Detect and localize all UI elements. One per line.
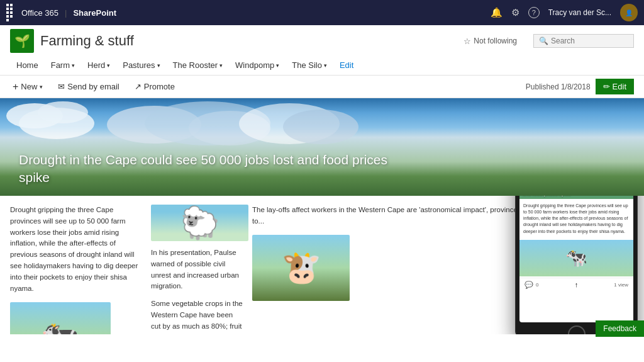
article-center-bottom: Some vegetable crops in the Western Cape…	[151, 298, 243, 334]
follow-star-icon: ☆	[464, 37, 471, 46]
center-column: 🐑 In his presentation, Paulse warned of …	[142, 205, 252, 325]
phone-outer: 12:00 ●●● ▌ ◀ Farming & stuff 🔖 ··· D	[515, 196, 638, 334]
published-label: Published 1/8/2018	[526, 82, 591, 91]
nav-herd[interactable]: Herd ▾	[81, 55, 116, 75]
phone-bottom-bar: 💬 0 ↑ 1 view	[519, 278, 633, 291]
phone-comment-icon[interactable]: 💬	[525, 281, 533, 289]
publish-section: Published 1/8/2018 ✏ Edit	[526, 79, 634, 94]
cow-image-2: 🐮	[252, 235, 350, 301]
phone-hero-text: Drought in the Cape could see 50 000 job…	[523, 196, 630, 196]
top-bar-left: Office 365 | SharePoint	[6, 4, 116, 21]
phone-hero: Drought in the Cape could see 50 000 job…	[519, 196, 633, 199]
phone-cow-image: 🐄	[519, 240, 633, 276]
article-center-top: In his presentation, Paulse warned of po…	[151, 247, 243, 292]
plus-icon: +	[13, 81, 18, 93]
notification-icon[interactable]: 🔔	[491, 7, 502, 18]
phone-overlay: 12:00 ●●● ▌ ◀ Farming & stuff 🔖 ··· D	[515, 196, 638, 334]
phone-comment-count: 0	[536, 282, 538, 288]
new-label: New	[21, 82, 37, 91]
search-icon: 🔍	[539, 37, 548, 45]
nav-home[interactable]: Home	[10, 55, 45, 75]
promote-label: Promote	[144, 82, 175, 91]
nav-edit[interactable]: Edit	[333, 55, 360, 75]
nav-the-rooster[interactable]: The Rooster ▾	[167, 55, 230, 75]
settings-icon[interactable]: ⚙	[511, 7, 519, 18]
edit-label: Edit	[613, 82, 626, 91]
avatar-initials: 👤	[625, 9, 633, 16]
phone-views: 1 view	[614, 282, 628, 288]
promote-button[interactable]: ↗ Promote	[132, 81, 177, 93]
site-title: Farming & stuff	[40, 33, 134, 49]
left-column: Drought gripping the three Cape province…	[10, 205, 142, 325]
phone-share-icon[interactable]: ↑	[575, 281, 579, 288]
hero-text: Drought in the Cape could see 50 000 job…	[19, 151, 392, 186]
content-area: Drought gripping the three Cape province…	[0, 196, 644, 334]
follow-label[interactable]: Not following	[474, 37, 517, 45]
feedback-label: Feedback	[603, 324, 636, 333]
edit-pencil-icon: ✏	[603, 82, 610, 91]
nav-the-silo[interactable]: The Silo ▾	[286, 55, 333, 75]
app-grid-icon[interactable]	[6, 4, 15, 21]
send-email-label: Send by email	[67, 82, 119, 91]
phone-screen: 12:00 ●●● ▌ ◀ Farming & stuff 🔖 ··· D	[519, 196, 633, 322]
site-logo: 🌱	[10, 29, 34, 53]
new-button[interactable]: + New ▾	[10, 80, 45, 94]
phone-article-text: Drought gripping the three Cape province…	[519, 199, 633, 239]
hero-headline: Drought in the Cape could see 50 000 job…	[19, 151, 392, 186]
user-name: Tracy van der Sc...	[548, 8, 611, 17]
nav-pastures[interactable]: Pastures ▾	[116, 55, 166, 75]
nav-windpomp[interactable]: Windpomp ▾	[229, 55, 286, 75]
user-avatar[interactable]: 👤	[620, 4, 638, 21]
email-icon: ✉	[58, 82, 65, 91]
help-icon[interactable]: ?	[528, 7, 540, 18]
article-left-text: Drought gripping the three Cape province…	[10, 205, 142, 295]
feedback-button[interactable]: Feedback	[596, 320, 644, 337]
action-bar: + New ▾ ✉ Send by email ↗ Promote Publis…	[0, 76, 644, 98]
search-input[interactable]	[551, 37, 628, 45]
nav-farm[interactable]: Farm ▾	[45, 55, 81, 75]
site-nav: Home Farm ▾ Herd ▾ Pastures ▾ The Rooste…	[10, 55, 634, 75]
promote-icon: ↗	[135, 82, 142, 91]
sharepoint-label[interactable]: SharePoint	[73, 8, 116, 18]
office-label[interactable]: Office 365	[21, 8, 58, 18]
cow-image: 🐄	[10, 302, 111, 335]
top-bar-right: 🔔 ⚙ ? Tracy van der Sc... 👤	[491, 4, 638, 21]
sheep-image: 🐑	[151, 205, 248, 241]
edit-button[interactable]: ✏ Edit	[596, 79, 634, 94]
phone-home-button[interactable]	[568, 325, 586, 334]
send-by-email-button[interactable]: ✉ Send by email	[55, 81, 121, 93]
top-bar: Office 365 | SharePoint 🔔 ⚙ ? Tracy van …	[0, 0, 644, 25]
hero-section: Drought in the Cape could see 50 000 job…	[0, 98, 644, 196]
